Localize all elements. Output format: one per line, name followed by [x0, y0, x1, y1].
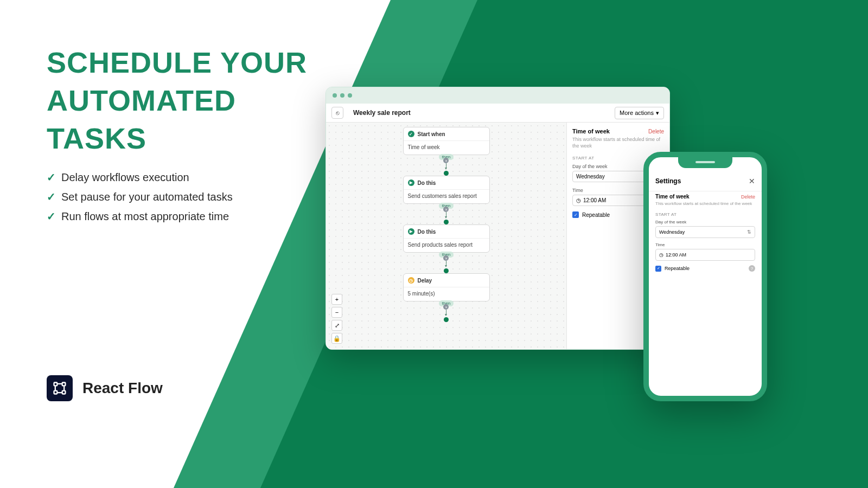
svg-rect-0 [54, 383, 58, 386]
traffic-light-icon [333, 93, 337, 98]
hero-heading: SCHEDULE YOUR AUTOMATED TASKS [47, 43, 307, 158]
app-toolbar: ⎋ Weekly sale report More actions ▾ [326, 104, 669, 123]
bullet-text: Run flows at most appropriate time [61, 210, 229, 223]
remove-connector-icon[interactable]: × [443, 158, 449, 163]
panel-description: This workflow starts at scheduled time o… [572, 137, 664, 149]
add-node-handle[interactable] [444, 171, 449, 176]
mobile-title: Settings [655, 177, 681, 185]
mobile-mock: Settings ✕ Time of week Delete This work… [643, 152, 767, 401]
brand: React Flow [47, 375, 163, 401]
play-circle-icon: ▶ [408, 228, 414, 235]
check-circle-icon: ✓ [408, 131, 414, 137]
mobile-day-select[interactable]: Wednesday ⇅ [655, 226, 755, 238]
flow-node-delay[interactable]: ◷Delay 5 minute(s) [403, 273, 490, 301]
flow-node-action[interactable]: ▶Do this Send products sales report [403, 224, 490, 253]
more-actions-dropdown[interactable]: More actions ▾ [615, 107, 664, 119]
flow-node-action[interactable]: ▶Do this Send customers sales report [403, 176, 490, 204]
mobile-repeatable-checkbox[interactable]: ✓ Repeatable [655, 266, 690, 272]
close-icon[interactable]: ✕ [749, 177, 755, 185]
day-value: Wednesday [659, 229, 685, 235]
node-head-label: Do this [418, 229, 436, 235]
node-head-label: Do this [418, 180, 436, 186]
add-node-handle[interactable] [444, 268, 449, 273]
checkbox-checked-icon: ✓ [655, 266, 661, 272]
clock-icon: ◷ [408, 277, 414, 284]
remove-connector-icon[interactable]: × [443, 255, 449, 261]
add-node-handle[interactable] [444, 220, 449, 224]
delete-button[interactable]: Delete [648, 129, 664, 134]
panel-title: Time of week [572, 128, 610, 134]
node-body-text: Send customers sales report [404, 190, 489, 203]
node-head-label: Delay [418, 278, 432, 284]
mobile-panel-title: Time of week [655, 194, 690, 200]
hero-bullets: ✓Delay workflows execution ✓Set pause fo… [47, 171, 233, 229]
remove-connector-icon[interactable]: × [443, 304, 449, 310]
check-icon: ✓ [47, 210, 56, 223]
remove-connector-icon[interactable]: × [443, 207, 449, 212]
add-node-handle[interactable] [444, 317, 449, 322]
flow-node-start[interactable]: ✓Start when Time of week [403, 127, 490, 155]
node-body-text: Send products sales report [404, 239, 489, 252]
flow-connector: then × ▾ [439, 253, 454, 273]
node-head-label: Start when [418, 131, 445, 137]
svg-rect-2 [54, 391, 58, 394]
clock-icon: ◷ [659, 252, 663, 258]
zoom-in-button[interactable]: + [331, 294, 342, 305]
flow-connector: then × ▾ [439, 155, 454, 176]
back-button[interactable]: ⎋ [331, 107, 343, 119]
mobile-day-label: Day of the week [655, 220, 755, 224]
bullet-text: Delay workflows execution [61, 171, 189, 184]
node-body-text: Time of week [404, 141, 489, 155]
traffic-light-icon [340, 93, 344, 98]
zoom-out-button[interactable]: − [331, 307, 342, 318]
flow-connector: then × ▾ [439, 301, 454, 322]
delete-button[interactable]: Delete [741, 194, 755, 200]
mobile-time-input[interactable]: ◷12:00 AM [655, 249, 755, 261]
check-icon: ✓ [47, 171, 56, 184]
heading-line2: AUTOMATED [47, 81, 307, 119]
repeatable-label: Repeatable [665, 266, 690, 271]
day-value: Wednesday [576, 174, 605, 179]
phone-speaker [695, 161, 715, 163]
traffic-light-icon [348, 93, 352, 98]
lock-button[interactable]: 🔒 [331, 333, 342, 344]
window-chrome [326, 87, 669, 104]
more-actions-label: More actions [620, 110, 654, 116]
svg-rect-3 [62, 391, 66, 394]
mobile-screen: Settings ✕ Time of week Delete This work… [649, 171, 762, 396]
time-value: 12:00 AM [583, 197, 606, 203]
brand-logo-icon [47, 375, 73, 401]
select-arrows-icon: ⇅ [747, 229, 751, 235]
brand-name: React Flow [82, 380, 163, 397]
time-value: 12:00 AM [666, 252, 686, 258]
flow-connector: then × ▾ [439, 204, 454, 224]
flow-canvas[interactable]: ✓Start when Time of week then × ▾ ▶Do th… [326, 123, 566, 349]
desktop-mock: ⎋ Weekly sale report More actions ▾ ✓Sta… [326, 87, 670, 350]
mobile-section-label: START AT [655, 212, 755, 217]
mobile-panel-description: This workflow starts at scheduled time o… [655, 201, 755, 207]
canvas-controls: + − ⤢ 🔒 [331, 294, 342, 344]
mobile-time-label: Time [655, 242, 755, 247]
svg-rect-1 [62, 383, 66, 386]
heading-line1: SCHEDULE YOUR [47, 43, 307, 81]
fit-view-button[interactable]: ⤢ [331, 320, 342, 331]
bullet-text: Set pause for your automated tasks [61, 191, 233, 203]
info-icon[interactable]: ? [749, 265, 755, 272]
clock-icon: ◷ [576, 197, 581, 203]
play-circle-icon: ▶ [408, 179, 414, 186]
checkbox-checked-icon: ✓ [572, 211, 579, 218]
flow-nodes: ✓Start when Time of week then × ▾ ▶Do th… [403, 127, 490, 322]
check-icon: ✓ [47, 190, 56, 203]
repeatable-label: Repeatable [582, 212, 610, 218]
node-body-text: 5 minute(s) [404, 287, 489, 301]
workflow-title: Weekly sale report [353, 109, 411, 117]
app-frame: ⎋ Weekly sale report More actions ▾ ✓Sta… [326, 104, 669, 349]
heading-line3: TASKS [47, 119, 307, 157]
chevron-down-icon: ▾ [656, 110, 659, 117]
